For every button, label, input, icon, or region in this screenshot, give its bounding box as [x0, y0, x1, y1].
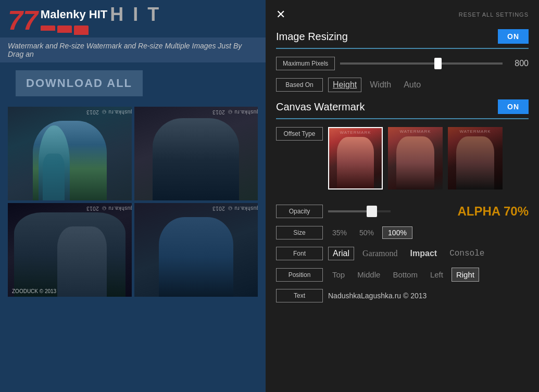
- image-thumb-3[interactable]: NadushkaLagushka.ru © 2013 ZOODUCK © 201…: [8, 203, 132, 297]
- subtitle-bar: Watermark and Re-size Watermark and Re-s…: [0, 37, 266, 62]
- canvas-watermark-toggle[interactable]: ON: [498, 99, 529, 114]
- maximum-pixels-slider[interactable]: [340, 62, 503, 65]
- image-thumb-2[interactable]: NadushkaLagushka.ru © 2013: [134, 107, 258, 200]
- size-50[interactable]: 50%: [355, 226, 378, 239]
- hit-bar-3: [74, 26, 89, 35]
- watermark-text-2: NadushkaLagushka.ru © 2013: [212, 109, 258, 115]
- download-all-button[interactable]: DOWNLOAD ALL: [16, 70, 143, 96]
- opacity-label[interactable]: Opacity: [276, 205, 323, 218]
- subtitle-italic-watermark: Watermark: [8, 42, 43, 50]
- canvas-watermark-title: Canvas Watermark: [276, 101, 365, 113]
- offset-type-label[interactable]: Offset Type: [276, 127, 323, 141]
- text-label[interactable]: Text: [276, 289, 323, 302]
- opacity-slider[interactable]: [328, 210, 391, 212]
- watermark-text-1: NadushkaLagushka.ru © 2013: [86, 109, 131, 115]
- text-value: NadushkaLagushka.ru © 2013: [328, 292, 427, 300]
- size-100[interactable]: 100%: [382, 226, 412, 239]
- position-label[interactable]: Position: [276, 268, 323, 282]
- position-middle[interactable]: Middle: [353, 268, 384, 281]
- hit-bar-2: [57, 26, 72, 33]
- font-garamond[interactable]: Garamond: [358, 247, 402, 260]
- left-panel: 77 Malenky HIT H I T Watermark and Re-si…: [0, 0, 266, 392]
- close-button[interactable]: ✕: [276, 8, 285, 21]
- image-thumb-1[interactable]: NadushkaLagushka.ru © 2013: [8, 107, 132, 200]
- based-on-row: Based On Height Width Auto: [276, 78, 529, 92]
- image-resizing-header: Image Resizing ON: [276, 29, 529, 49]
- images-grid: NadushkaLagushka.ru © 2013 NadushkaLagus…: [0, 104, 266, 299]
- logo-malenky-text: Malenky HIT: [41, 8, 107, 21]
- based-on-label[interactable]: Based On: [276, 78, 323, 92]
- subtitle-italic-resize: Re-size: [59, 42, 84, 50]
- image-thumb-4[interactable]: NadushkaLagushka.ru © 2013: [134, 203, 258, 297]
- font-console[interactable]: Console: [445, 247, 488, 260]
- maximum-pixels-label[interactable]: Maximum Pixels: [276, 57, 335, 70]
- canvas-watermark-header: Canvas Watermark ON: [276, 99, 529, 119]
- logo-hit-bars: [41, 26, 89, 35]
- hit-bar-1: [41, 26, 55, 31]
- opacity-row: Opacity ALPHA 70%: [276, 204, 529, 219]
- image-resizing-toggle[interactable]: ON: [498, 29, 529, 44]
- font-row: Font Arial Garamond Impact Console: [276, 247, 529, 260]
- offset-type-row: Offset Type WATERMARK WATERMARK: [276, 127, 529, 197]
- size-label[interactable]: Size: [276, 226, 323, 239]
- font-impact[interactable]: Impact: [406, 247, 442, 260]
- reset-all-button[interactable]: RESET ALL SETTINGS: [459, 11, 529, 18]
- font-arial[interactable]: Arial: [328, 247, 354, 260]
- subtitle-and: and: [45, 42, 59, 50]
- position-bottom[interactable]: Bottom: [388, 268, 422, 281]
- photo-4: [134, 203, 258, 297]
- position-row: Position Top Middle Bottom Left Right: [276, 268, 529, 282]
- size-options: 35% 50% 100%: [328, 226, 412, 239]
- logo: 77 Malenky HIT H I T: [8, 5, 161, 35]
- text-row: Text NadushkaLagushka.ru © 2013: [276, 289, 529, 302]
- font-options: Arial Garamond Impact Console: [328, 247, 488, 260]
- photo-1: [8, 107, 132, 200]
- preview-label-1: WATERMARK: [329, 130, 382, 135]
- photo-2: [134, 107, 258, 200]
- position-right[interactable]: Right: [452, 268, 479, 282]
- right-panel: ✕ RESET ALL SETTINGS Image Resizing ON M…: [266, 0, 539, 392]
- size-row: Size 35% 50% 100%: [276, 226, 529, 239]
- opacity-slider-container: [328, 210, 447, 212]
- maximum-pixels-value: 800: [508, 59, 529, 68]
- watermark-preview-2[interactable]: WATERMARK: [388, 127, 443, 189]
- image-resizing-section: Image Resizing ON Maximum Pixels 800 Bas…: [276, 29, 529, 92]
- based-on-auto[interactable]: Auto: [399, 78, 425, 92]
- preview-label-3: WATERMARK: [448, 129, 503, 134]
- based-on-height[interactable]: Height: [328, 78, 361, 92]
- watermark-preview-3[interactable]: WATERMARK: [448, 127, 503, 189]
- image-resizing-title: Image Resizing: [276, 31, 348, 43]
- watermark-preview-1[interactable]: WATERMARK: [328, 127, 383, 189]
- canvas-watermark-section: Canvas Watermark ON Offset Type WATERMAR…: [276, 99, 529, 302]
- maximum-pixels-row: Maximum Pixels 800: [276, 57, 529, 70]
- size-35[interactable]: 35%: [328, 226, 351, 239]
- preview-label-2: WATERMARK: [388, 129, 443, 134]
- top-bar: ✕ RESET ALL SETTINGS: [276, 8, 529, 21]
- alpha-text: ALPHA 70%: [458, 204, 529, 219]
- watermark-text-4: NadushkaLagushka.ru © 2013: [212, 206, 258, 211]
- image-caption-3: ZOODUCK © 2013: [12, 288, 56, 294]
- watermark-text-3: NadushkaLagushka.ru © 2013: [86, 206, 131, 211]
- position-options: Top Middle Bottom Left Right: [328, 268, 479, 282]
- logo-77: 77: [8, 7, 38, 34]
- position-left[interactable]: Left: [426, 268, 447, 281]
- logo-hit: H I T: [110, 5, 161, 24]
- subtitle-rest: Watermark and Re-size Multiple Images Ju…: [8, 42, 242, 58]
- position-top[interactable]: Top: [328, 268, 349, 281]
- based-on-width[interactable]: Width: [366, 78, 395, 92]
- watermark-previews: WATERMARK WATERMARK WATERMARK: [328, 127, 503, 189]
- photo-3: [8, 203, 132, 297]
- font-label[interactable]: Font: [276, 247, 323, 260]
- header: 77 Malenky HIT H I T: [0, 0, 266, 37]
- logo-hit-letters: H I T: [110, 5, 161, 24]
- based-on-options: Height Width Auto: [328, 78, 425, 92]
